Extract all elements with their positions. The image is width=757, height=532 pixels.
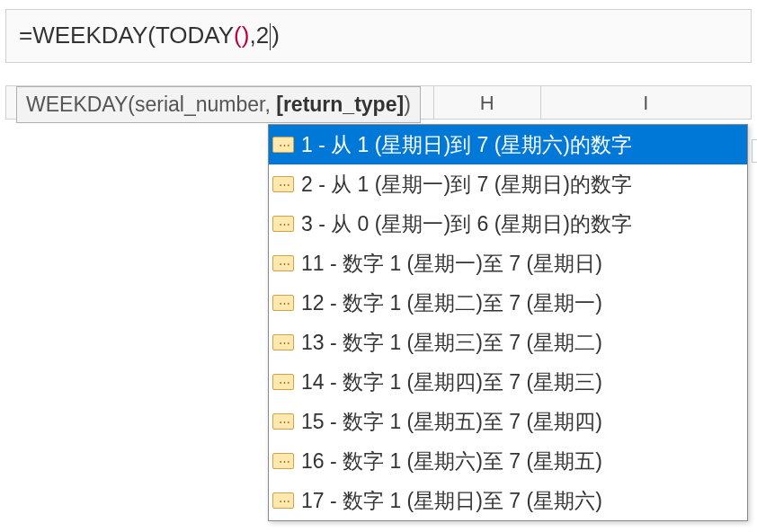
enum-icon (272, 374, 294, 390)
option-label: 2 - 从 1 (星期一)到 7 (星期日)的数字 (301, 171, 632, 199)
enum-icon (272, 255, 294, 271)
return-type-dropdown: 1 - 从 1 (星期日)到 7 (星期六)的数字 2 - 从 1 (星期一)到… (268, 124, 748, 521)
column-header-h[interactable]: H (434, 86, 541, 119)
enum-icon (272, 453, 294, 469)
option-label: 14 - 数字 1 (星期四)至 7 (星期三) (301, 368, 602, 396)
dropdown-option-1[interactable]: 1 - 从 1 (星期日)到 7 (星期六)的数字 (269, 125, 747, 164)
dropdown-option-2[interactable]: 2 - 从 1 (星期一)到 7 (星期日)的数字 (269, 164, 747, 204)
dropdown-option-17[interactable]: 17 - 数字 1 (星期日)至 7 (星期六) (269, 481, 747, 520)
enum-icon (272, 334, 294, 350)
enum-icon (272, 137, 294, 153)
dropdown-option-14[interactable]: 14 - 数字 1 (星期四)至 7 (星期三) (269, 362, 747, 402)
formula-bar[interactable]: =WEEKDAY(TODAY(),2) (5, 9, 752, 63)
enum-icon (272, 176, 294, 192)
option-label: 1 - 从 1 (星期日)到 7 (星期六)的数字 (301, 131, 632, 159)
enum-icon (272, 413, 294, 430)
option-label: 11 - 数字 1 (星期一)至 7 (星期日) (301, 250, 602, 278)
option-label: 15 - 数字 1 (星期五)至 7 (星期四) (301, 408, 602, 436)
text-cursor (270, 23, 271, 50)
option-label: 16 - 数字 1 (星期六)至 7 (星期五) (301, 448, 602, 475)
option-label: 12 - 数字 1 (星期二)至 7 (星期一) (301, 289, 602, 317)
partial-cell-edge (752, 139, 757, 163)
dropdown-option-13[interactable]: 13 - 数字 1 (星期三)至 7 (星期二) (269, 323, 747, 362)
enum-icon (272, 216, 294, 232)
enum-icon (272, 492, 294, 509)
option-label: 13 - 数字 1 (星期三)至 7 (星期二) (301, 329, 602, 357)
formula-text: =WEEKDAY(TODAY(),2) (19, 22, 280, 50)
dropdown-option-12[interactable]: 12 - 数字 1 (星期二)至 7 (星期一) (269, 283, 747, 323)
dropdown-option-3[interactable]: 3 - 从 0 (星期一)到 6 (星期日)的数字 (269, 204, 747, 244)
dropdown-option-16[interactable]: 16 - 数字 1 (星期六)至 7 (星期五) (269, 441, 747, 481)
dropdown-option-11[interactable]: 11 - 数字 1 (星期一)至 7 (星期日) (269, 244, 747, 283)
dropdown-option-15[interactable]: 15 - 数字 1 (星期五)至 7 (星期四) (269, 402, 747, 441)
enum-icon (272, 295, 294, 311)
option-label: 17 - 数字 1 (星期日)至 7 (星期六) (301, 487, 602, 515)
column-header-i[interactable]: I (541, 86, 752, 119)
function-tooltip: WEEKDAY(serial_number, [return_type]) (16, 86, 421, 123)
option-label: 3 - 从 0 (星期一)到 6 (星期日)的数字 (301, 210, 632, 238)
